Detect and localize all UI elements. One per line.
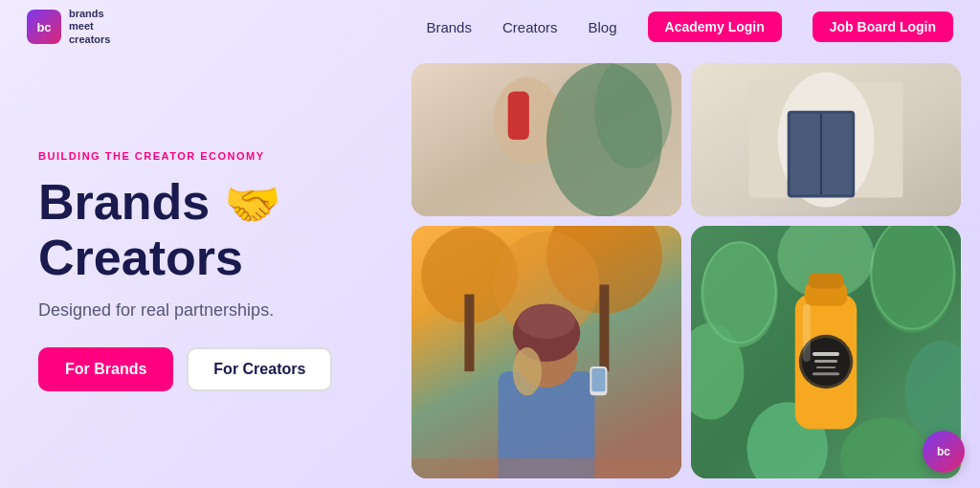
logo-text: brandsmeetcreators <box>69 8 110 46</box>
photo-grid <box>402 54 980 488</box>
main-nav: Brands Creators Blog Academy Login Job B… <box>426 11 953 42</box>
handshake-emoji: 🤝 <box>224 180 281 231</box>
academy-login-button[interactable]: Academy Login <box>648 11 782 42</box>
hero-section: BUILDING THE CREATOR ECONOMY Brands 🤝 Cr… <box>0 54 412 488</box>
svg-rect-38 <box>809 273 843 288</box>
photo-cell-3 <box>412 226 681 478</box>
svg-rect-42 <box>814 360 837 363</box>
svg-rect-41 <box>813 352 839 356</box>
floating-avatar[interactable]: bc <box>923 431 965 473</box>
nav-creators[interactable]: Creators <box>502 19 558 35</box>
svg-rect-17 <box>599 285 609 372</box>
svg-rect-3 <box>511 92 526 100</box>
photo-cell-1 <box>412 63 681 216</box>
svg-rect-16 <box>464 295 474 372</box>
hero-tagline: BUILDING THE CREATOR ECONOMY <box>38 150 373 162</box>
hero-heading-line1: Brands 🤝 <box>38 174 281 230</box>
svg-rect-44 <box>813 372 839 375</box>
nav-blog[interactable]: Blog <box>589 19 617 35</box>
svg-point-24 <box>513 347 542 395</box>
logo-letters: bc <box>36 20 51 34</box>
hero-heading: Brands 🤝 Creators <box>38 175 373 286</box>
hero-heading-line2: Creators <box>38 230 243 285</box>
svg-rect-25 <box>412 458 681 478</box>
svg-rect-43 <box>816 366 835 368</box>
photo-cell-4 <box>691 226 961 478</box>
header: bc brandsmeetcreators Brands Creators Bl… <box>0 0 980 54</box>
svg-rect-23 <box>591 368 605 391</box>
logo[interactable]: bc brandsmeetcreators <box>27 8 110 46</box>
job-board-login-button[interactable]: Job Board Login <box>813 11 953 42</box>
nav-brands[interactable]: Brands <box>426 19 472 35</box>
logo-icon: bc <box>27 10 61 44</box>
for-creators-button[interactable]: For Creators <box>187 347 332 391</box>
svg-point-21 <box>518 304 575 339</box>
photo-cell-2 <box>691 63 961 216</box>
hero-subheading: Designed for real partnerships. <box>38 300 373 321</box>
cta-row: For Brands For Creators <box>38 347 373 391</box>
for-brands-button[interactable]: For Brands <box>38 347 173 391</box>
svg-rect-45 <box>803 304 811 362</box>
